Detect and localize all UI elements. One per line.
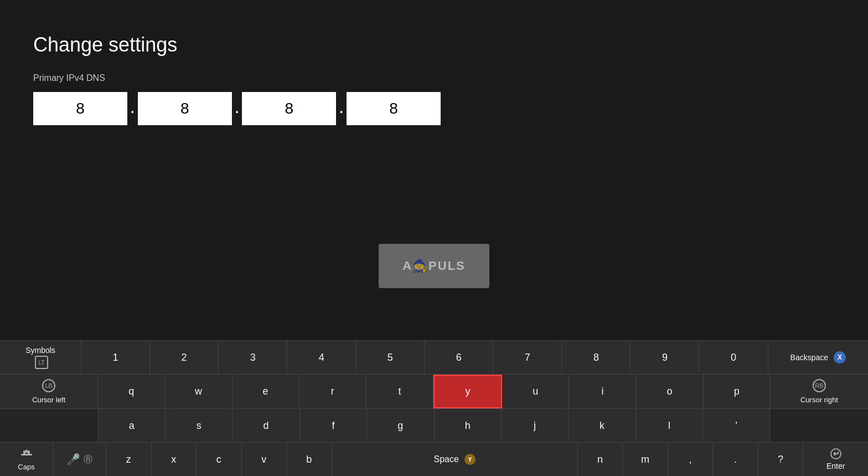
key-enter[interactable]: Enter [803,443,868,476]
key-backspace[interactable]: Backspace X [768,341,868,374]
cursor-right-label: Cursor right [800,396,838,404]
key-3[interactable]: 3 [219,341,287,374]
keyboard: Symbols LT 1 2 3 4 5 6 7 8 9 0 Backspace… [0,340,868,476]
key-6[interactable]: 6 [425,341,493,374]
key-9[interactable]: 9 [631,341,699,374]
keyboard-row-2: LB Cursor left q w e r t y u i o p RB Cu… [0,375,868,409]
key-period[interactable]: . [713,443,758,476]
caps-icon [19,448,34,460]
dns-field-1[interactable]: 8 [33,92,127,125]
key-4[interactable]: 4 [287,341,356,374]
space-label: Space [433,454,458,464]
key-n[interactable]: n [578,443,623,476]
key-blank-right [770,409,868,442]
key-symbols[interactable]: Symbols LT [0,341,81,374]
key-k[interactable]: k [569,409,636,442]
key-blank-left [0,409,99,442]
key-cursor-left[interactable]: LB Cursor left [0,375,98,408]
key-a[interactable]: a [99,409,166,442]
key-1[interactable]: 1 [81,341,150,374]
key-c[interactable]: c [197,443,242,476]
key-b[interactable]: b [287,443,332,476]
rb-badge: RB [813,379,826,392]
key-p[interactable]: p [704,375,771,408]
x-badge: X [834,351,846,364]
key-cursor-right[interactable]: RB Cursor right [771,375,868,408]
key-8[interactable]: 8 [562,341,631,374]
key-mic[interactable]: 🎤 Ⓡ [53,443,106,476]
key-x[interactable]: x [152,443,197,476]
key-j[interactable]: j [502,409,569,442]
dns-field-3[interactable]: 8 [242,92,336,125]
top-section: Change settings Primary IPv4 DNS 8 . 8 .… [0,0,868,147]
key-q[interactable]: q [98,375,165,408]
backspace-label: Backspace [790,353,828,362]
dns-dot-3: . [339,101,343,116]
key-t[interactable]: t [366,375,433,408]
keyboard-row-1: Symbols LT 1 2 3 4 5 6 7 8 9 0 Backspace… [0,341,868,375]
key-l[interactable]: l [636,409,703,442]
dns-label: Primary IPv4 DNS [33,73,835,83]
keyboard-row-3: a s d f g h j k l ' [0,409,868,443]
key-0[interactable]: 0 [699,341,768,374]
caps-label: Caps [18,463,34,471]
key-s[interactable]: s [166,409,232,442]
key-v[interactable]: v [242,443,287,476]
key-h[interactable]: h [435,409,502,442]
svg-rect-0 [21,454,32,455]
y-badge: Y [464,454,476,465]
key-7[interactable]: 7 [493,341,562,374]
dns-field-4[interactable]: 8 [347,92,441,125]
key-z[interactable]: z [106,443,152,476]
key-u[interactable]: u [502,375,569,408]
key-f[interactable]: f [300,409,367,442]
enter-label: Enter [826,462,845,470]
emoji-icon: Ⓡ [84,454,92,465]
mic-icon: 🎤 [66,453,80,466]
key-comma[interactable]: , [668,443,714,476]
dns-dot-1: . [131,101,135,116]
dns-fields: 8 . 8 . 8 . 8 [33,92,835,125]
keyboard-row-4: Caps 🎤 Ⓡ z x c v b Space Y n m , . ? Ent [0,443,868,476]
watermark: A🧙PULS [379,244,489,288]
watermark-text: A🧙PULS [402,259,466,273]
page-title: Change settings [33,33,835,57]
key-w[interactable]: w [165,375,232,408]
lt-badge: LT [35,356,48,369]
dns-dot-2: . [235,101,239,116]
key-i[interactable]: i [569,375,636,408]
key-y[interactable]: y [433,375,502,408]
key-5[interactable]: 5 [356,341,425,374]
cursor-left-label: Cursor left [32,396,65,404]
symbols-label: Symbols [25,346,55,355]
key-m[interactable]: m [623,443,668,476]
key-space[interactable]: Space Y [332,443,578,476]
key-apostrophe[interactable]: ' [703,409,770,442]
dns-field-2[interactable]: 8 [138,92,232,125]
key-e[interactable]: e [232,375,299,408]
enter-icon [829,448,843,459]
key-2[interactable]: 2 [150,341,219,374]
key-g[interactable]: g [367,409,434,442]
key-caps[interactable]: Caps [0,443,53,476]
key-question[interactable]: ? [758,443,804,476]
lb-badge: LB [42,379,55,392]
key-o[interactable]: o [636,375,703,408]
key-r[interactable]: r [299,375,366,408]
key-d[interactable]: d [232,409,299,442]
